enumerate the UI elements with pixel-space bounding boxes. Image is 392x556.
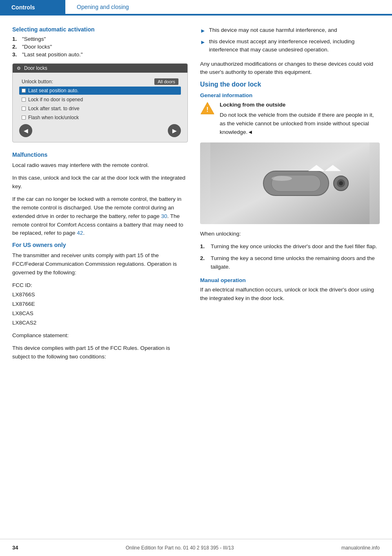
header-divider: [0, 15, 392, 16]
general-info-heading: General information: [200, 92, 380, 98]
screen-icon: ⚙: [17, 66, 21, 71]
fcc-id-label: FCC ID:: [12, 281, 188, 290]
arrow-bullet-1: ►: [200, 27, 206, 35]
screen-row2-label: Lock if no door is opened: [28, 97, 83, 102]
fcc-id-block: FCC ID: LX8766S LX8766E LX8CAS LX8CAS2: [12, 281, 188, 327]
manual-op-text: If an electrical malfunction occurs, unl…: [200, 286, 380, 303]
warning-box: ! Locking from the outside Do not lock t…: [200, 101, 380, 137]
warning-triangle-svg: !: [200, 101, 215, 116]
screen-row-highlight: Last seat position auto.: [19, 87, 181, 95]
svg-point-8: [339, 181, 343, 185]
checkbox-4: [22, 116, 26, 120]
header-controls-tab[interactable]: Controls: [0, 0, 65, 15]
svg-point-11: [272, 176, 292, 181]
malfunctions-p2: In this case, unlock and lock the car at…: [12, 174, 188, 191]
door-lock-svg: [200, 142, 380, 224]
watermark-text: manualonline.info: [341, 545, 380, 551]
step-3: 3. "Last seat position auto.": [12, 51, 188, 58]
unlock-row: Unlock button: All doors: [19, 77, 181, 87]
main-content: Selecting automatic activation 1. "Setti…: [0, 15, 392, 365]
step-1-num: 1.: [12, 36, 19, 42]
screen-row-4: Flash when lock/unlock: [19, 113, 181, 122]
malfunctions-p3-end: .: [83, 230, 85, 236]
malfunctions-p3-part1: If the car can no longer be locked with …: [12, 196, 181, 219]
screen-nav: ◀ ▶: [19, 124, 181, 137]
step-1: 1. "Settings": [12, 36, 188, 42]
edition-text: Online Edition for Part no. 01 40 2 918 …: [126, 545, 234, 551]
screen-title: Door locks: [24, 65, 47, 71]
fcc-id-1: LX8766S: [12, 291, 188, 299]
screen-row1-label: Last seat position auto.: [28, 88, 78, 93]
footer: 34 Online Edition for Part no. 01 40 2 9…: [0, 539, 392, 556]
unlock-value: All doors: [154, 78, 178, 85]
warning-icon: !: [200, 101, 215, 117]
arrow-list: ► This device may not cause harmful inte…: [200, 26, 380, 54]
manual-op-heading: Manual operation: [200, 277, 380, 283]
section-tab-label: Opening and closing: [77, 4, 129, 10]
header-section-tab[interactable]: Opening and closing: [65, 0, 392, 15]
screen-row-2: Lock if no door is opened: [19, 96, 181, 104]
malfunctions-p1: Local radio waves may interfere with the…: [12, 161, 188, 170]
compliance-label: Compliance statement:: [12, 331, 188, 340]
step-1-text: "Settings": [22, 36, 46, 42]
step-2-text: "Door locks": [22, 44, 52, 50]
screen-row4-label: Flash when lock/unlock: [28, 115, 79, 120]
link-page-30[interactable]: 30: [161, 213, 167, 219]
nav-left: ◀: [19, 124, 32, 137]
for-us-p1: The transmitter and receiver units compl…: [12, 251, 188, 277]
selecting-heading: Selecting automatic activation: [12, 26, 188, 33]
header: Controls Opening and closing: [0, 0, 392, 15]
checkbox-1: [22, 89, 26, 93]
for-us-heading: For US owners only: [12, 242, 188, 248]
screen-row3-label: Lock after start. to drive: [28, 106, 79, 111]
unlock-step-1-num: 1.: [200, 242, 207, 251]
unlock-step-2: 2. Turning the key a second time unlocks…: [200, 254, 380, 271]
screen-simulation: ⚙ Door locks Unlock button: All doors La…: [12, 63, 188, 142]
arrow-bullet-2: ►: [200, 38, 206, 54]
arrow-item-1: ► This device may not cause harmful inte…: [200, 26, 380, 35]
steps-list: 1. "Settings" 2. "Door locks" 3. "Last s…: [12, 36, 188, 58]
arrow-item-2-text: this device must accept any interference…: [209, 38, 380, 54]
link-page-42[interactable]: 42: [77, 230, 83, 236]
svg-text:!: !: [206, 106, 208, 113]
controls-tab-label: Controls: [11, 4, 35, 11]
compliance-p: This device complies with part 15 of the…: [12, 344, 188, 361]
fcc-id-2: LX8766E: [12, 300, 188, 309]
arrow-item-2: ► this device must accept any interferen…: [200, 38, 380, 54]
screen-row-3: Lock after start. to drive: [19, 105, 181, 113]
malfunctions-heading: Malfunctions: [12, 151, 188, 158]
unlock-step-1: 1. Turning the key once unlocks the driv…: [200, 242, 380, 251]
unlock-step-2-text: Turning the key a second time unlocks th…: [211, 254, 380, 271]
checkbox-3: [22, 107, 26, 111]
fcc-id-3: LX8CAS: [12, 309, 188, 318]
fcc-id-4: LX8CAS2: [12, 319, 188, 327]
step-2: 2. "Door locks": [12, 44, 188, 50]
arrow-item-1-text: This device may not cause harmful interf…: [209, 26, 337, 35]
checkbox-2: [22, 98, 26, 102]
step-2-num: 2.: [12, 44, 19, 50]
nav-right: ▶: [168, 124, 181, 137]
unlock-step-1-text: Turning the key once unlocks the driver'…: [211, 242, 377, 251]
step-3-num: 3.: [12, 51, 19, 58]
warning-content: Locking from the outside Do not lock the…: [220, 101, 380, 137]
unlock-label: Unlock button:: [22, 79, 53, 85]
warning-text: Do not lock the vehicle from the outside…: [220, 111, 380, 137]
door-lock-heading: Using the door lock: [200, 81, 380, 88]
malfunctions-p3: If the car can no longer be locked with …: [12, 195, 188, 238]
door-lock-image: [200, 142, 380, 224]
screen-title-bar: ⚙ Door locks: [13, 64, 187, 73]
when-unlocking: When unlocking:: [200, 230, 380, 238]
step-3-text: "Last seat position auto.": [22, 51, 82, 58]
unlock-steps-list: 1. Turning the key once unlocks the driv…: [200, 242, 380, 271]
right-column: ► This device may not cause harmful inte…: [200, 26, 380, 365]
unlock-step-2-num: 2.: [200, 254, 207, 271]
page-number: 34: [12, 545, 18, 551]
warning-title: Locking from the outside: [220, 101, 380, 109]
left-column: Selecting automatic activation 1. "Setti…: [12, 26, 188, 365]
unauthorized-p: Any unauthorized modifications or change…: [200, 60, 380, 77]
